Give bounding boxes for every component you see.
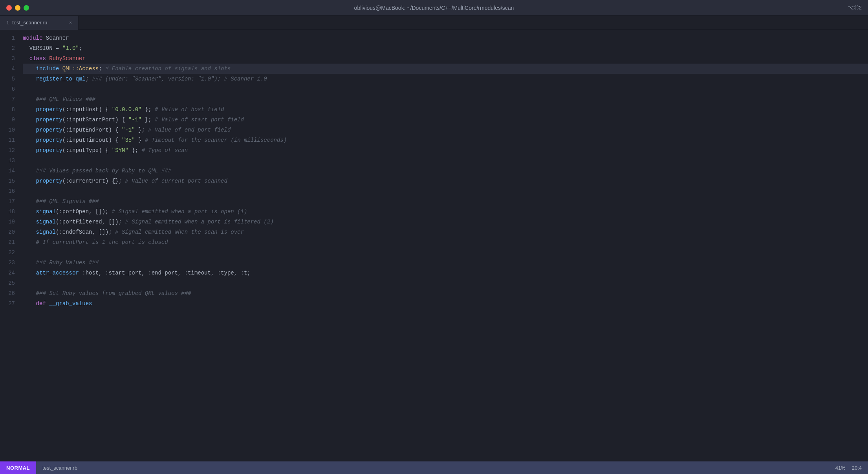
code-line-17: ### QML Signals ###	[23, 196, 868, 207]
code-line-2: VERSION = "1.0";	[23, 43, 868, 53]
code-line-9: property(:inputStartPort) { "-1" }; # Va…	[23, 115, 868, 125]
code-line-4: include QML::Access; # Enable creation o…	[23, 64, 868, 74]
code-line-27: def __grab_values	[23, 298, 868, 309]
code-line-26: ### Set Ruby values from grabbed QML val…	[23, 288, 868, 298]
code-line-8: property(:inputHost) { "0.0.0.0" }; # Va…	[23, 104, 868, 115]
code-line-19: signal(:portFiltered, []); # Signal emmi…	[23, 217, 868, 227]
code-line-6	[23, 84, 868, 94]
close-button[interactable]	[6, 5, 12, 11]
code-line-20: signal(:endOfScan, []); # Signal emmitte…	[23, 227, 868, 237]
maximize-button[interactable]	[24, 5, 29, 11]
code-line-10: property(:inputEndPort) { "-1" }; # Valu…	[23, 125, 868, 135]
code-line-15: property(:currentPort) {}; # Value of cu…	[23, 176, 868, 186]
title-bar: oblivious@MacBook: ~/Documents/C++/Multi…	[0, 0, 868, 16]
code-line-16	[23, 186, 868, 196]
tab-filename: test_scanner.rb	[12, 20, 47, 26]
minimize-button[interactable]	[15, 5, 20, 11]
code-line-13	[23, 156, 868, 166]
line-numbers: 1 2 3 4 5 6 7 8 9 10 11 12 13 14 15 16 1…	[0, 30, 20, 461]
code-line-21: # If currentPort is 1 the port is closed	[23, 237, 868, 247]
vim-mode: NORMAL	[0, 461, 36, 474]
editor-tab[interactable]: 1 test_scanner.rb ×	[0, 16, 79, 30]
status-right: 41% 20:4	[835, 465, 868, 471]
cursor-position: 20:4	[852, 465, 862, 471]
traffic-lights	[6, 5, 29, 11]
code-line-24: attr_accessor :host, :start_port, :end_p…	[23, 268, 868, 278]
status-filename: test_scanner.rb	[36, 465, 84, 471]
tab-close-icon[interactable]: ×	[69, 20, 72, 26]
code-line-7: ### QML Values ###	[23, 94, 868, 104]
status-bar: NORMAL test_scanner.rb 41% 20:4	[0, 461, 868, 474]
code-line-12: property(:inputType) { "SYN" }; # Type o…	[23, 145, 868, 156]
code-line-11: property(:inputTimeout) { "35" } # Timeo…	[23, 135, 868, 145]
code-line-3: class RubyScanner	[23, 53, 868, 64]
editor-area: 1 2 3 4 5 6 7 8 9 10 11 12 13 14 15 16 1…	[0, 30, 868, 461]
keyboard-shortcut: ⌥⌘2	[848, 5, 862, 11]
code-line-25	[23, 278, 868, 288]
code-line-23: ### Ruby Values ###	[23, 258, 868, 268]
tab-bar: 1 test_scanner.rb ×	[0, 16, 868, 30]
scroll-percent: 41%	[835, 465, 846, 471]
code-line-18: signal(:portOpen, []); # Signal emmitted…	[23, 207, 868, 217]
code-line-1: module Scanner	[23, 33, 868, 43]
code-line-5: register_to_qml; ### (under: "Scanner", …	[23, 74, 868, 84]
code-line-22	[23, 247, 868, 258]
code-editor[interactable]: module Scanner VERSION = "1.0"; class Ru…	[20, 30, 868, 461]
tab-number: 1	[6, 20, 9, 26]
window-title: oblivious@MacBook: ~/Documents/C++/Multi…	[354, 5, 514, 11]
code-line-14: ### Values passed back by Ruby to QML ##…	[23, 166, 868, 176]
